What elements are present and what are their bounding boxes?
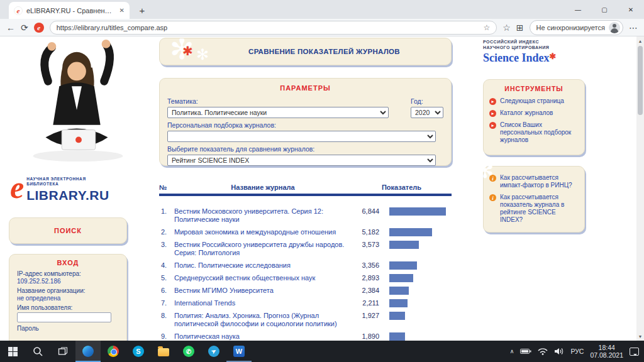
logo-caption-line1: НАУЧНАЯ ЭЛЕКТРОННАЯ bbox=[26, 177, 109, 182]
collection-select[interactable] bbox=[167, 131, 436, 142]
help-link[interactable]: Как рассчитывается показатель журнала в … bbox=[500, 194, 579, 224]
favorites-star-icon[interactable]: ☆ bbox=[483, 23, 490, 32]
journal-title-link[interactable]: Вестник Московского университета. Серия … bbox=[174, 207, 352, 224]
row-value: 2,893 bbox=[352, 274, 386, 282]
taskbar-telegram-button[interactable] bbox=[201, 341, 226, 362]
settings-menu-icon[interactable]: ⋯ bbox=[629, 23, 638, 32]
help-panel: ✻ Как рассчитывается импакт-фактор в РИН… bbox=[483, 166, 585, 233]
tool-link[interactable]: Список Ваших персональных подборок журна… bbox=[500, 121, 579, 144]
help-item[interactable]: Как рассчитывается импакт-фактор в РИНЦ? bbox=[489, 174, 579, 189]
whatsapp-icon: ✆ bbox=[183, 346, 194, 357]
topic-label: Тематика: bbox=[167, 97, 389, 105]
minimize-button[interactable]: — bbox=[565, 0, 591, 19]
row-bar-cell bbox=[386, 299, 452, 307]
window-controls: — ▢ ✕ bbox=[565, 0, 644, 19]
back-button[interactable]: ← bbox=[6, 23, 15, 32]
row-bar bbox=[389, 299, 408, 307]
tool-item[interactable]: Каталог журналов bbox=[489, 109, 579, 117]
tab-title: eLIBRARY.RU - Сравнение биб... bbox=[26, 7, 116, 14]
vertical-scrollbar[interactable]: ▲ ▼ bbox=[636, 36, 644, 341]
table-row: 2. Мировая экономика и международные отн… bbox=[159, 226, 452, 238]
year-label: Год: bbox=[411, 97, 443, 105]
row-bar bbox=[389, 287, 409, 295]
help-link[interactable]: Как рассчитывается импакт-фактор в РИНЦ? bbox=[500, 174, 579, 189]
tool-item[interactable]: Список Ваших персональных подборок журна… bbox=[489, 121, 579, 144]
tab-close-icon[interactable]: ✕ bbox=[119, 7, 125, 14]
clock[interactable]: 18:44 07.08.2021 bbox=[590, 344, 623, 359]
new-tab-button[interactable]: + bbox=[136, 5, 148, 16]
tools-panel: ИНСТРУМЕНТЫ Следующая страница Каталог ж… bbox=[483, 79, 585, 155]
tools-title: ИНСТРУМЕНТЫ bbox=[489, 85, 579, 92]
indicator-select[interactable]: Рейтинг SCIENCE INDEX bbox=[167, 155, 436, 166]
wifi-icon[interactable] bbox=[538, 348, 548, 355]
search-icon bbox=[33, 346, 43, 356]
parameters-title: ПАРАМЕТРЫ bbox=[167, 84, 443, 92]
taskbar-chrome-button[interactable] bbox=[101, 341, 126, 362]
tray-chevron-icon[interactable]: ∧ bbox=[510, 348, 514, 354]
taskbar-edge-button[interactable] bbox=[75, 341, 101, 362]
journal-title-link[interactable]: Полис. Политические исследования bbox=[174, 261, 352, 270]
scroll-up-icon[interactable]: ▲ bbox=[636, 36, 644, 45]
language-indicator[interactable]: РУС bbox=[570, 348, 584, 355]
help-item[interactable]: Как рассчитывается показатель журнала в … bbox=[489, 194, 579, 224]
table-row: 4. Полис. Политические исследования 3,35… bbox=[159, 259, 452, 272]
profile-status-label: Не синхронизируется bbox=[536, 24, 605, 31]
favorites-toolbar-icon[interactable]: ☆ bbox=[502, 23, 511, 32]
telegram-icon bbox=[208, 346, 219, 357]
journal-title-link[interactable]: Полития: Анализ. Хроника. Прогноз (Журна… bbox=[174, 312, 352, 328]
info-bullet-icon bbox=[489, 194, 496, 201]
close-button[interactable]: ✕ bbox=[618, 0, 644, 19]
journal-title-link[interactable]: Мировая экономика и международные отноше… bbox=[174, 228, 352, 236]
tool-link[interactable]: Каталог журналов bbox=[500, 109, 553, 117]
journals-table: № Название журнала Показатель 1. Вестник… bbox=[159, 184, 452, 341]
journal-title-link[interactable]: Вестник МГИМО Университета bbox=[174, 287, 352, 295]
col-value-header: Показатель bbox=[352, 184, 452, 191]
col-number-header: № bbox=[159, 184, 174, 191]
row-bar-cell bbox=[386, 274, 452, 282]
taskbar-whatsapp-button[interactable]: ✆ bbox=[176, 341, 201, 362]
refresh-button[interactable]: ⟳ bbox=[21, 23, 28, 32]
taskbar-word-button[interactable]: W bbox=[226, 341, 252, 362]
page-header-panel: ✻ ✱ ✻ СРАВНЕНИЕ ПОКАЗАТЕЛЕЙ ЖУРНАЛОВ bbox=[159, 38, 452, 65]
elibrary-logo[interactable]: e НАУЧНАЯ ЭЛЕКТРОННАЯ БИБЛИОТЕКА LIBRARY… bbox=[10, 175, 139, 203]
action-center-icon[interactable] bbox=[630, 348, 639, 356]
address-bar[interactable]: https://elibrary.ru/titles_compare.asp ☆ bbox=[50, 21, 497, 35]
browser-tab[interactable]: e eLIBRARY.RU - Сравнение биб... ✕ bbox=[9, 2, 130, 19]
scroll-down-icon[interactable]: ▼ bbox=[636, 332, 644, 341]
maximize-button[interactable]: ▢ bbox=[591, 0, 618, 19]
username-label: Имя пользователя: bbox=[17, 304, 119, 311]
journal-title-link[interactable]: Среднерусский вестник общественных наук bbox=[174, 274, 352, 282]
tool-item[interactable]: Следующая страница bbox=[489, 97, 579, 105]
taskbar-explorer-button[interactable] bbox=[151, 341, 176, 362]
row-rank: 9. bbox=[159, 332, 174, 340]
row-bar-cell bbox=[386, 207, 452, 216]
col-title-header: Название журнала bbox=[174, 184, 352, 191]
red-asterisk-icon: ✱ bbox=[550, 52, 557, 61]
ip-value: 109.252.52.186 bbox=[17, 278, 119, 285]
collections-icon[interactable]: ⊞ bbox=[516, 23, 524, 32]
search-panel[interactable]: ПОИСК bbox=[9, 217, 127, 244]
year-select[interactable]: 2020 bbox=[411, 107, 443, 118]
tool-link[interactable]: Следующая страница bbox=[500, 97, 564, 105]
topic-select[interactable]: Политика. Политические науки bbox=[167, 107, 389, 118]
taskbar-skype-button[interactable]: S bbox=[126, 341, 151, 362]
volume-icon[interactable] bbox=[554, 348, 564, 355]
row-bar-cell bbox=[386, 332, 452, 341]
username-field[interactable] bbox=[17, 312, 111, 322]
taskbar-search-button[interactable] bbox=[25, 341, 50, 362]
start-button[interactable] bbox=[0, 341, 25, 362]
row-value: 5,182 bbox=[352, 228, 386, 236]
arrow-bullet-icon bbox=[489, 98, 496, 105]
parameters-panel: ПАРАМЕТРЫ Тематика: Политика. Политическ… bbox=[159, 78, 452, 166]
profile-button[interactable]: Не синхронизируется bbox=[530, 20, 623, 35]
journal-title-link[interactable]: Политическая наука bbox=[174, 332, 352, 341]
clock-time: 18:44 bbox=[590, 344, 623, 351]
scrollbar-thumb[interactable] bbox=[638, 46, 643, 115]
journal-title-link[interactable]: International Trends bbox=[174, 299, 352, 307]
journal-title-link[interactable]: Вестник Российского университета дружбы … bbox=[174, 241, 352, 257]
row-value: 1,927 bbox=[352, 312, 386, 319]
table-row: 9. Политическая наука 1,890 bbox=[159, 330, 452, 341]
table-row: 5. Среднерусский вестник общественных на… bbox=[159, 272, 452, 284]
task-view-button[interactable] bbox=[50, 341, 75, 362]
battery-icon[interactable] bbox=[520, 348, 531, 354]
